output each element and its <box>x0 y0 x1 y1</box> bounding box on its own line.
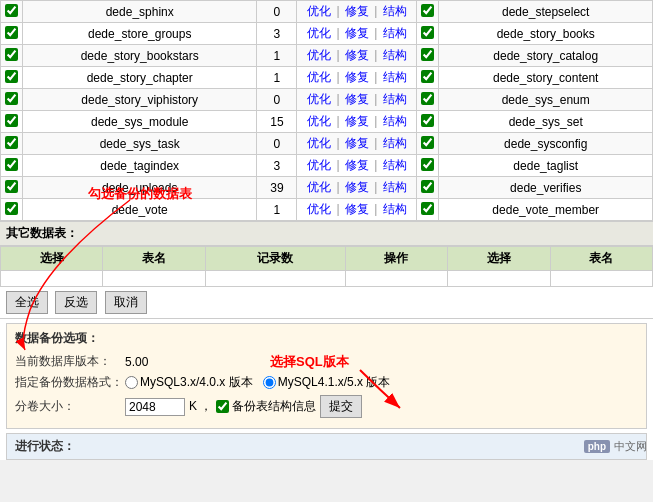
left-checkbox-cell[interactable] <box>1 177 23 199</box>
structure-link[interactable]: 结构 <box>383 136 407 150</box>
right-checkbox-cell[interactable] <box>417 89 439 111</box>
right-row-checkbox[interactable] <box>421 70 434 83</box>
left-checkbox-cell[interactable] <box>1 23 23 45</box>
repair-link[interactable]: 修复 <box>345 136 369 150</box>
row-checkbox[interactable] <box>5 202 18 215</box>
optimize-link[interactable]: 优化 <box>307 48 331 62</box>
repair-link[interactable]: 修复 <box>345 92 369 106</box>
structure-link[interactable]: 结构 <box>383 158 407 172</box>
optimize-link[interactable]: 优化 <box>307 26 331 40</box>
mysql3-label: MySQL3.x/4.0.x 版本 <box>140 374 253 391</box>
row-checkbox[interactable] <box>5 48 18 61</box>
optimize-link[interactable]: 优化 <box>307 70 331 84</box>
right-table-name: dede_stepselect <box>439 1 653 23</box>
volume-label: 分卷大小： <box>15 398 125 415</box>
record-count: 0 <box>257 133 297 155</box>
cancel-button[interactable]: 取消 <box>105 291 147 314</box>
structure-link[interactable]: 结构 <box>383 48 407 62</box>
invert-button[interactable]: 反选 <box>55 291 97 314</box>
left-checkbox-cell[interactable] <box>1 111 23 133</box>
mysql4-radio[interactable] <box>263 376 276 389</box>
right-row-checkbox[interactable] <box>421 158 434 171</box>
sep2: | <box>374 4 377 18</box>
repair-link[interactable]: 修复 <box>345 48 369 62</box>
progress-section: 进行状态： <box>6 433 647 460</box>
left-checkbox-cell[interactable] <box>1 89 23 111</box>
row-checkbox[interactable] <box>5 4 18 17</box>
volume-unit: K ， <box>189 398 212 415</box>
right-row-checkbox[interactable] <box>421 48 434 61</box>
left-checkbox-cell[interactable] <box>1 1 23 23</box>
optimize-link[interactable]: 优化 <box>307 180 331 194</box>
table-row: dede_story_chapter 1 优化 | 修复 | 结构 dede_s… <box>1 67 653 89</box>
optimize-link[interactable]: 优化 <box>307 4 331 18</box>
row-checkbox[interactable] <box>5 92 18 105</box>
structure-link[interactable]: 结构 <box>383 180 407 194</box>
repair-link[interactable]: 修复 <box>345 26 369 40</box>
action-cell: 优化 | 修复 | 结构 <box>297 111 417 133</box>
table-row: dede_sys_module 15 优化 | 修复 | 结构 dede_sys… <box>1 111 653 133</box>
optimize-link[interactable]: 优化 <box>307 202 331 216</box>
left-checkbox-cell[interactable] <box>1 45 23 67</box>
right-row-checkbox[interactable] <box>421 180 434 193</box>
right-row-checkbox[interactable] <box>421 4 434 17</box>
select-all-button[interactable]: 全选 <box>6 291 48 314</box>
structure-link[interactable]: 结构 <box>383 92 407 106</box>
right-row-checkbox[interactable] <box>421 136 434 149</box>
repair-link[interactable]: 修复 <box>345 70 369 84</box>
row-checkbox[interactable] <box>5 26 18 39</box>
repair-link[interactable]: 修复 <box>345 158 369 172</box>
right-row-checkbox[interactable] <box>421 202 434 215</box>
row-checkbox[interactable] <box>5 114 18 127</box>
repair-link[interactable]: 修复 <box>345 4 369 18</box>
mysql4-option[interactable]: MySQL4.1.x/5.x 版本 <box>263 374 391 391</box>
right-checkbox-cell[interactable] <box>417 67 439 89</box>
sep2: | <box>374 180 377 194</box>
structure-link[interactable]: 结构 <box>383 26 407 40</box>
right-checkbox-cell[interactable] <box>417 133 439 155</box>
left-checkbox-cell[interactable] <box>1 67 23 89</box>
right-checkbox-cell[interactable] <box>417 111 439 133</box>
mysql3-radio[interactable] <box>125 376 138 389</box>
structure-link[interactable]: 结构 <box>383 4 407 18</box>
volume-row: 分卷大小： K ， 备份表结构信息 提交 <box>15 395 638 418</box>
optimize-link[interactable]: 优化 <box>307 158 331 172</box>
right-checkbox-cell[interactable] <box>417 155 439 177</box>
structure-link[interactable]: 结构 <box>383 114 407 128</box>
mysql3-option[interactable]: MySQL3.x/4.0.x 版本 <box>125 374 253 391</box>
row-checkbox[interactable] <box>5 180 18 193</box>
structure-checkbox[interactable] <box>216 400 229 413</box>
repair-link[interactable]: 修复 <box>345 202 369 216</box>
submit-button[interactable]: 提交 <box>320 395 362 418</box>
right-table-name: dede_sys_enum <box>439 89 653 111</box>
structure-link[interactable]: 结构 <box>383 70 407 84</box>
table-name: dede_sys_task <box>23 133 257 155</box>
right-row-checkbox[interactable] <box>421 114 434 127</box>
right-checkbox-cell[interactable] <box>417 23 439 45</box>
structure-label: 备份表结构信息 <box>232 398 316 415</box>
row-checkbox[interactable] <box>5 136 18 149</box>
structure-link[interactable]: 结构 <box>383 202 407 216</box>
right-checkbox-cell[interactable] <box>417 177 439 199</box>
repair-link[interactable]: 修复 <box>345 180 369 194</box>
optimize-link[interactable]: 优化 <box>307 92 331 106</box>
row-checkbox[interactable] <box>5 158 18 171</box>
optimize-link[interactable]: 优化 <box>307 114 331 128</box>
php-logo: php 中文网 <box>584 439 647 454</box>
right-row-checkbox[interactable] <box>421 92 434 105</box>
right-checkbox-cell[interactable] <box>417 45 439 67</box>
sep1: | <box>336 92 339 106</box>
right-checkbox-cell[interactable] <box>417 1 439 23</box>
volume-input[interactable] <box>125 398 185 416</box>
right-table-name: dede_story_catalog <box>439 45 653 67</box>
optimize-link[interactable]: 优化 <box>307 136 331 150</box>
sep1: | <box>336 48 339 62</box>
right-checkbox-cell[interactable] <box>417 199 439 221</box>
backup-section-title: 数据备份选项： <box>15 330 638 347</box>
left-checkbox-cell[interactable] <box>1 133 23 155</box>
right-row-checkbox[interactable] <box>421 26 434 39</box>
row-checkbox[interactable] <box>5 70 18 83</box>
left-checkbox-cell[interactable] <box>1 155 23 177</box>
left-checkbox-cell[interactable] <box>1 199 23 221</box>
repair-link[interactable]: 修复 <box>345 114 369 128</box>
